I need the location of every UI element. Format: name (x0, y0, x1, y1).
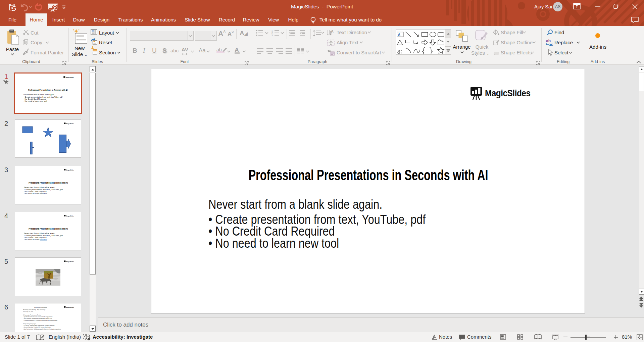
svg-text:A: A (331, 30, 334, 33)
svg-text:1: 1 (271, 30, 273, 32)
svg-text:2: 2 (271, 32, 273, 34)
svg-text:A: A (398, 33, 401, 37)
svg-text:3: 3 (271, 34, 273, 37)
svg-text:ac: ac (549, 42, 553, 46)
